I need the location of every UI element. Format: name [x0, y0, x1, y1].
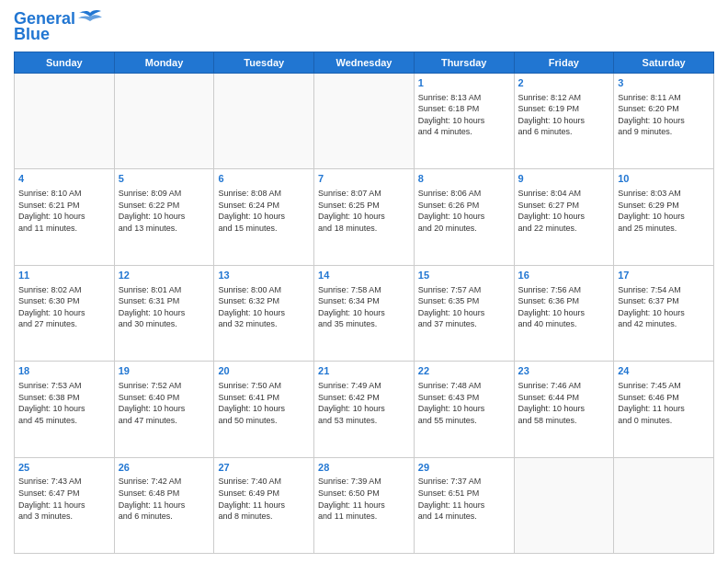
calendar-week-4: 18Sunrise: 7:53 AM Sunset: 6:38 PM Dayli…	[15, 362, 714, 457]
day-number: 5	[119, 172, 210, 186]
day-info: Sunrise: 8:09 AM Sunset: 6:22 PM Dayligh…	[119, 188, 210, 234]
page: General Blue SundayMondayTuesdayWednesda…	[0, 0, 728, 563]
day-number: 24	[618, 364, 710, 378]
calendar-cell	[15, 73, 115, 168]
calendar-cell: 1Sunrise: 8:13 AM Sunset: 6:18 PM Daylig…	[414, 73, 514, 168]
calendar-table: SundayMondayTuesdayWednesdayThursdayFrid…	[14, 52, 714, 554]
logo-blue: Blue	[14, 26, 50, 44]
day-info: Sunrise: 8:08 AM Sunset: 6:24 PM Dayligh…	[218, 188, 310, 234]
day-info: Sunrise: 7:42 AM Sunset: 6:48 PM Dayligh…	[119, 476, 210, 522]
day-number: 25	[18, 461, 110, 475]
calendar-cell: 22Sunrise: 7:48 AM Sunset: 6:43 PM Dayli…	[414, 362, 514, 457]
day-info: Sunrise: 7:58 AM Sunset: 6:34 PM Dayligh…	[318, 284, 410, 330]
day-info: Sunrise: 8:01 AM Sunset: 6:31 PM Dayligh…	[119, 284, 210, 330]
day-info: Sunrise: 7:52 AM Sunset: 6:40 PM Dayligh…	[119, 380, 210, 426]
calendar-cell: 29Sunrise: 7:37 AM Sunset: 6:51 PM Dayli…	[414, 457, 514, 553]
day-info: Sunrise: 8:11 AM Sunset: 6:20 PM Dayligh…	[618, 92, 710, 138]
calendar-cell: 8Sunrise: 8:06 AM Sunset: 6:26 PM Daylig…	[414, 169, 514, 265]
day-info: Sunrise: 8:02 AM Sunset: 6:30 PM Dayligh…	[18, 284, 110, 330]
calendar-cell: 14Sunrise: 7:58 AM Sunset: 6:34 PM Dayli…	[314, 265, 415, 361]
calendar-cell: 7Sunrise: 8:07 AM Sunset: 6:25 PM Daylig…	[314, 169, 415, 265]
day-info: Sunrise: 8:07 AM Sunset: 6:25 PM Dayligh…	[318, 188, 410, 234]
day-number: 7	[318, 172, 410, 186]
day-number: 2	[518, 76, 610, 90]
calendar-cell: 9Sunrise: 8:04 AM Sunset: 6:27 PM Daylig…	[514, 169, 614, 265]
calendar-cell	[214, 73, 314, 168]
day-number: 29	[418, 461, 510, 475]
calendar-cell: 18Sunrise: 7:53 AM Sunset: 6:38 PM Dayli…	[15, 362, 115, 457]
calendar-cell	[314, 73, 415, 168]
day-number: 4	[18, 172, 110, 186]
calendar-cell: 25Sunrise: 7:43 AM Sunset: 6:47 PM Dayli…	[15, 457, 115, 553]
day-info: Sunrise: 8:04 AM Sunset: 6:27 PM Dayligh…	[518, 188, 610, 234]
day-header-saturday: Saturday	[614, 52, 714, 73]
day-number: 3	[618, 76, 710, 90]
calendar-cell: 3Sunrise: 8:11 AM Sunset: 6:20 PM Daylig…	[614, 73, 714, 168]
calendar-cell: 20Sunrise: 7:50 AM Sunset: 6:41 PM Dayli…	[214, 362, 314, 457]
day-number: 10	[618, 172, 710, 186]
calendar-cell: 2Sunrise: 8:12 AM Sunset: 6:19 PM Daylig…	[514, 73, 614, 168]
calendar-cell: 24Sunrise: 7:45 AM Sunset: 6:46 PM Dayli…	[614, 362, 714, 457]
day-info: Sunrise: 7:40 AM Sunset: 6:49 PM Dayligh…	[218, 476, 310, 522]
day-header-monday: Monday	[114, 52, 214, 73]
day-number: 22	[418, 364, 510, 378]
day-number: 21	[318, 364, 410, 378]
day-header-tuesday: Tuesday	[214, 52, 314, 73]
day-info: Sunrise: 7:57 AM Sunset: 6:35 PM Dayligh…	[418, 284, 510, 330]
day-number: 14	[318, 269, 410, 282]
calendar-cell: 21Sunrise: 7:49 AM Sunset: 6:42 PM Dayli…	[314, 362, 415, 457]
calendar-cell: 15Sunrise: 7:57 AM Sunset: 6:35 PM Dayli…	[414, 265, 514, 361]
day-number: 8	[418, 172, 510, 186]
day-info: Sunrise: 7:39 AM Sunset: 6:50 PM Dayligh…	[318, 476, 410, 522]
day-info: Sunrise: 7:53 AM Sunset: 6:38 PM Dayligh…	[18, 380, 110, 426]
day-number: 12	[119, 269, 210, 282]
day-number: 26	[119, 461, 210, 475]
day-number: 18	[18, 364, 110, 378]
day-info: Sunrise: 7:43 AM Sunset: 6:47 PM Dayligh…	[18, 476, 110, 522]
day-info: Sunrise: 7:46 AM Sunset: 6:44 PM Dayligh…	[518, 380, 610, 426]
day-number: 9	[518, 172, 610, 186]
day-number: 27	[218, 461, 310, 475]
day-number: 28	[318, 461, 410, 475]
day-info: Sunrise: 7:45 AM Sunset: 6:46 PM Dayligh…	[618, 380, 710, 426]
day-info: Sunrise: 8:10 AM Sunset: 6:21 PM Dayligh…	[18, 188, 110, 234]
calendar-week-2: 4Sunrise: 8:10 AM Sunset: 6:21 PM Daylig…	[15, 169, 714, 265]
day-header-thursday: Thursday	[414, 52, 514, 73]
day-number: 16	[518, 269, 610, 282]
day-info: Sunrise: 8:03 AM Sunset: 6:29 PM Dayligh…	[618, 188, 710, 234]
calendar-cell: 19Sunrise: 7:52 AM Sunset: 6:40 PM Dayli…	[114, 362, 214, 457]
day-info: Sunrise: 8:12 AM Sunset: 6:19 PM Dayligh…	[518, 92, 610, 138]
day-number: 15	[418, 269, 510, 282]
logo-bird-icon	[77, 9, 103, 29]
day-number: 20	[218, 364, 310, 378]
day-number: 19	[119, 364, 210, 378]
day-number: 17	[618, 269, 710, 282]
day-header-friday: Friday	[514, 52, 614, 73]
calendar-cell: 12Sunrise: 8:01 AM Sunset: 6:31 PM Dayli…	[114, 265, 214, 361]
day-info: Sunrise: 7:54 AM Sunset: 6:37 PM Dayligh…	[618, 284, 710, 330]
calendar-cell: 10Sunrise: 8:03 AM Sunset: 6:29 PM Dayli…	[614, 169, 714, 265]
day-number: 1	[418, 76, 510, 90]
calendar-cell: 17Sunrise: 7:54 AM Sunset: 6:37 PM Dayli…	[614, 265, 714, 361]
day-number: 13	[218, 269, 310, 282]
calendar-week-5: 25Sunrise: 7:43 AM Sunset: 6:47 PM Dayli…	[15, 457, 714, 553]
day-info: Sunrise: 8:13 AM Sunset: 6:18 PM Dayligh…	[418, 92, 510, 138]
day-header-sunday: Sunday	[15, 52, 115, 73]
day-info: Sunrise: 7:56 AM Sunset: 6:36 PM Dayligh…	[518, 284, 610, 330]
calendar-cell: 28Sunrise: 7:39 AM Sunset: 6:50 PM Dayli…	[314, 457, 415, 553]
day-info: Sunrise: 7:49 AM Sunset: 6:42 PM Dayligh…	[318, 380, 410, 426]
logo: General Blue	[14, 9, 103, 44]
day-info: Sunrise: 8:00 AM Sunset: 6:32 PM Dayligh…	[218, 284, 310, 330]
calendar-cell: 26Sunrise: 7:42 AM Sunset: 6:48 PM Dayli…	[114, 457, 214, 553]
header: General Blue	[14, 9, 714, 44]
day-number: 23	[518, 364, 610, 378]
calendar-cell	[114, 73, 214, 168]
calendar-cell: 4Sunrise: 8:10 AM Sunset: 6:21 PM Daylig…	[15, 169, 115, 265]
calendar-cell: 23Sunrise: 7:46 AM Sunset: 6:44 PM Dayli…	[514, 362, 614, 457]
day-info: Sunrise: 7:50 AM Sunset: 6:41 PM Dayligh…	[218, 380, 310, 426]
calendar-cell	[614, 457, 714, 553]
calendar-cell	[514, 457, 614, 553]
day-info: Sunrise: 7:37 AM Sunset: 6:51 PM Dayligh…	[418, 476, 510, 522]
calendar-cell: 11Sunrise: 8:02 AM Sunset: 6:30 PM Dayli…	[15, 265, 115, 361]
calendar-cell: 6Sunrise: 8:08 AM Sunset: 6:24 PM Daylig…	[214, 169, 314, 265]
